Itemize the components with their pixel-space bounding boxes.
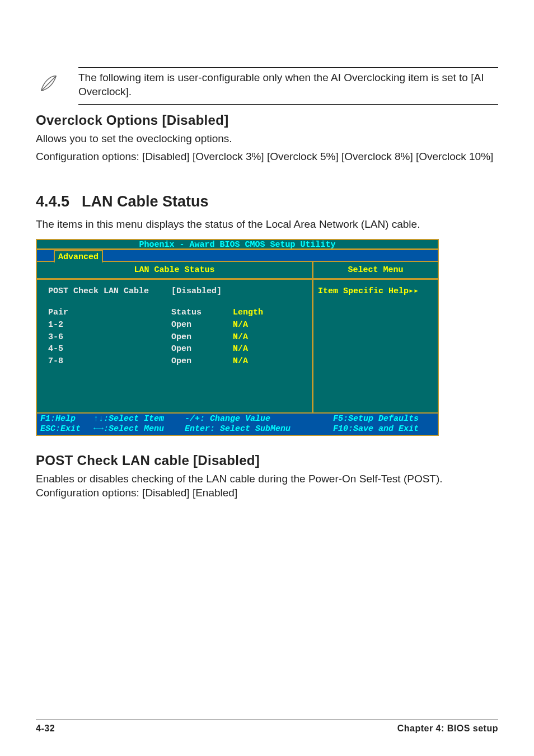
bios-right-pane: Select Menu Item Specific Help▸▸ (313, 262, 438, 412)
bios-right-header: Select Menu (313, 262, 438, 280)
table-row: 4-5 Open N/A (48, 343, 304, 355)
col-length: Length (233, 307, 304, 319)
length-cell: N/A (233, 343, 304, 355)
section-heading: 4.4.5 LAN Cable Status (36, 193, 498, 210)
col-pair: Pair (48, 307, 171, 319)
chapter-label: Chapter 4: BIOS setup (397, 724, 498, 734)
table-row: 1-2 Open N/A (48, 319, 304, 331)
bios-title-bar: Phoenix - Award BIOS CMOS Setup Utility (37, 240, 438, 250)
pair-cell: 3-6 (48, 331, 171, 344)
document-page: The following item is user-configurable … (0, 0, 534, 756)
bios-body: LAN Cable Status POST Check LAN Cable [D… (37, 262, 438, 412)
status-cell: Open (171, 331, 233, 344)
feather-icon (36, 71, 62, 96)
table-row: 7-8 Open N/A (48, 355, 304, 368)
hint-select-item: ↑↓:Select Item (93, 414, 180, 424)
hint-select-menu: ←→:Select Menu (93, 424, 180, 434)
hint-esc: ESC:Exit (40, 424, 88, 434)
post-check-body: Enables or disables checking of the LAN … (36, 472, 498, 500)
hint-f10: F10:Save and Exit (333, 424, 419, 434)
length-cell: N/A (233, 319, 304, 331)
bios-left-pane: LAN Cable Status POST Check LAN Cable [D… (37, 262, 313, 412)
overclock-body-2: Configuration options: [Disabled] [Overc… (36, 149, 498, 164)
page-footer: 4-32 Chapter 4: BIOS setup (36, 720, 498, 734)
status-cell: Open (171, 355, 233, 368)
bios-content: POST Check LAN Cable [Disabled] Pair Sta… (37, 280, 312, 412)
status-cell: Open (171, 319, 233, 331)
bios-setting-name: POST Check LAN Cable (48, 285, 171, 298)
overclock-options-heading: Overclock Options [Disabled] (36, 112, 498, 128)
section-number: 4.4.5 (36, 193, 69, 210)
bios-table-head: Pair Status Length (48, 307, 304, 319)
bios-window: Phoenix - Award BIOS CMOS Setup Utility … (36, 239, 439, 436)
page-number: 4-32 (36, 724, 55, 734)
overclock-body-1: Allows you to set the oveclocking option… (36, 132, 498, 146)
pair-cell: 1-2 (48, 319, 171, 331)
note-icon-column (36, 67, 78, 98)
post-check-heading: POST Check LAN cable [Disabled] (36, 453, 498, 468)
bios-menubar[interactable]: Advanced (37, 250, 438, 262)
pair-cell: 7-8 (48, 355, 171, 368)
note-text: The following item is user-configurable … (78, 67, 498, 105)
bios-setting-value[interactable]: [Disabled] (171, 285, 233, 298)
bios-setting-row[interactable]: POST Check LAN Cable [Disabled] (48, 285, 304, 298)
length-cell: N/A (233, 331, 304, 344)
status-cell: Open (171, 343, 233, 355)
bios-left-header: LAN Cable Status (37, 262, 312, 280)
hint-f5: F5:Setup Defaults (333, 414, 419, 424)
length-cell: N/A (233, 355, 304, 368)
bios-footer: F1:Help ↑↓:Select Item -/+: Change Value… (37, 412, 438, 435)
hint-change-value: -/+: Change Value (185, 414, 328, 424)
col-status: Status (171, 307, 233, 319)
bios-tab-advanced[interactable]: Advanced (54, 250, 103, 262)
hint-f1: F1:Help (40, 414, 88, 424)
note-block: The following item is user-configurable … (36, 67, 498, 105)
table-row: 3-6 Open N/A (48, 331, 304, 344)
pair-cell: 4-5 (48, 343, 171, 355)
bios-help-label: Item Specific Help▸▸ (313, 280, 438, 302)
section-title: LAN Cable Status (82, 193, 209, 210)
hint-enter: Enter: Select SubMenu (185, 424, 328, 434)
spacer (48, 298, 304, 307)
section-intro: The items in this menu displays the stat… (36, 217, 498, 232)
